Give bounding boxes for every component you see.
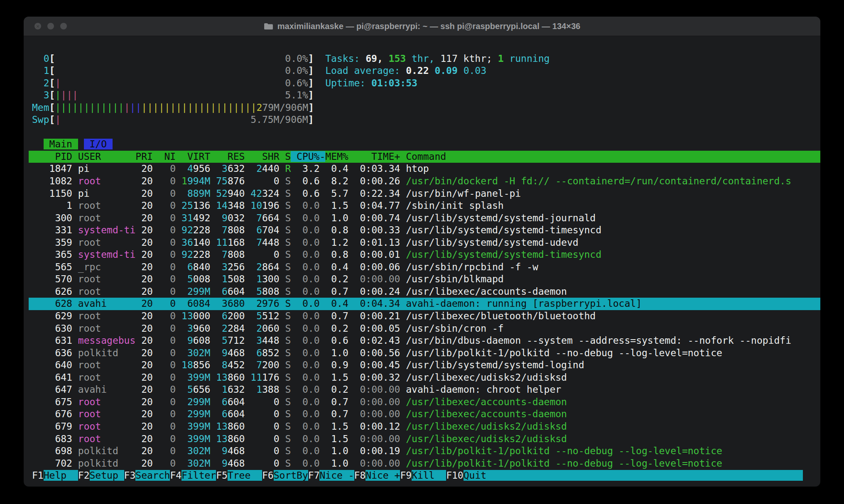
process-row[interactable]: 676 root 20 0 299M 6604 0 S 0.0 0.7 0:00… [29,408,820,421]
meter-value: 0.6% [285,78,308,88]
fkey-f5-label[interactable]: Tree [228,470,262,481]
cell-time: 0:00.06 [348,262,400,272]
cell-virt: 299M [187,286,210,297]
process-row[interactable]: 1150 pi 20 0 889M 52940 42324 S 0.6 5.7 … [29,188,820,200]
fkey-f10-label[interactable]: Quit [464,470,498,481]
process-row[interactable]: 683 root 20 0 399M 13860 0 S 0.0 1.5 0:0… [29,433,820,445]
column-header-cpu[interactable]: CPU%- [291,151,325,162]
column-header-pid[interactable]: PID [32,151,72,162]
cell-virt: 4 [187,163,193,174]
process-row[interactable]: 300 root 20 0 31492 9032 7664 S 0.0 1.0 … [29,212,820,225]
column-header-ni[interactable]: NI [153,151,176,162]
window-controls: × [34,17,67,36]
cell-shr: 0 [274,396,280,407]
fkey-f4-label[interactable]: Filter [182,470,216,481]
cpu-meter-2-label: 2 [32,78,49,88]
process-row[interactable]: 640 root 20 0 18856 8452 7200 S 0.0 0.9 … [29,359,820,372]
cell-command: /usr/lib/systemd/systemd-timesyncd [406,249,601,260]
process-row[interactable]: 630 root 20 0 3960 2284 2060 S 0.0 0.2 0… [29,323,820,335]
minimize-button[interactable] [47,23,54,29]
process-row[interactable]: 702 polkitd 20 0 302M 9468 0 S 0.0 1.0 0… [29,458,820,470]
process-row[interactable]: 331 systemd-ti 20 0 92228 7808 6704 S 0.… [29,224,820,237]
cell-virt: 18 [182,360,193,370]
cell-virt: 31 [182,213,193,223]
meter-tick: | [55,78,61,88]
tab-main[interactable]: Main [44,139,78,149]
process-row[interactable]: 641 root 20 0 399M 13860 11176 S 0.0 1.5… [29,372,820,384]
process-row[interactable]: 359 root 20 0 36140 11168 7448 S 0.0 1.2… [29,237,820,249]
zoom-button[interactable] [60,23,67,29]
cell-shr: 0 [274,433,280,444]
process-row[interactable]: 565 _rpc 20 0 6840 3256 2864 S 0.0 0.4 0… [29,261,820,274]
fkey-f1-label[interactable]: Help [44,470,78,481]
bracket: ] [308,114,314,125]
process-row[interactable]: 631 messagebus 20 0 9608 5712 3448 S 0.0… [29,335,820,347]
column-header-state[interactable]: S [280,151,291,162]
fkey-f7[interactable]: F7 [308,470,320,481]
cell-user: avahi [78,384,135,395]
process-row[interactable]: 698 polkitd 20 0 302M 9468 0 S 0.0 1.0 0… [29,445,820,458]
cell-pri: 20 [135,274,153,284]
cell-pri: 20 [135,249,153,260]
column-header-virt[interactable]: VIRT [176,151,210,162]
fkey-f9-label[interactable]: Kill [412,470,446,481]
fkey-f3-label[interactable]: Search [135,470,170,481]
fkey-f1[interactable]: F1 [32,470,44,481]
fkey-f7-label[interactable]: Nice - [319,470,354,481]
process-row[interactable]: 626 root 20 0 299M 6604 5808 S 0.0 0.7 0… [29,286,820,298]
cell-virt: 856 [193,360,211,370]
text [280,384,285,395]
process-row[interactable]: 1847 pi 20 0 4956 3632 2440 R 3.2 0.4 0:… [29,163,820,175]
fkey-f10[interactable]: F10 [446,470,464,481]
fkey-f5[interactable]: F5 [216,470,228,481]
column-header-pri[interactable]: PRI [135,151,153,162]
fkey-f2[interactable]: F2 [78,470,90,481]
process-row[interactable]: 636 polkitd 20 0 302M 9468 6852 S 0.0 1.… [29,347,820,360]
close-button[interactable]: × [34,23,41,29]
cell-res: 508 [228,274,245,284]
fkey-f2-label[interactable]: Setup [90,470,124,481]
cell-time: 0:01.13 [348,237,400,248]
cell-ni: 0 [153,384,176,395]
meter-tick: | [90,102,96,113]
text [245,409,273,419]
window-titlebar[interactable]: × maximiliankaske — pi@raspberrypi: ~ — … [24,17,820,36]
cell-pid: 359 [32,237,72,248]
cell-res: 808 [228,225,245,235]
column-header-command[interactable]: Command [400,151,446,162]
process-row[interactable]: 1 root 20 0 25136 14348 10196 S 0.0 1.5 … [29,200,820,212]
cell-ni: 0 [153,323,176,334]
fkey-f9[interactable]: F9 [400,470,412,481]
cell-pri: 20 [135,298,153,309]
tab-io[interactable]: I/O [84,139,113,149]
column-header-res[interactable]: RES [210,151,245,162]
process-row[interactable]: 365 systemd-ti 20 0 92228 7808 0 S 0.0 0… [29,249,820,261]
process-row[interactable]: 679 root 20 0 399M 13860 0 S 0.0 1.5 0:0… [29,421,820,433]
column-header-user[interactable]: USER [78,151,135,162]
cell-res: 11 [216,237,228,248]
fkey-f6-label[interactable]: SortBy [274,470,308,481]
process-row[interactable]: 629 root 20 0 13000 6200 5512 S 0.0 0.7 … [29,310,820,323]
cell-shr: 388 [262,384,280,395]
cell-shr: 512 [262,311,280,321]
fkey-f8-label[interactable]: Nice + [366,470,400,481]
column-header-shr[interactable]: SHR [245,151,279,162]
process-row[interactable]: 570 root 20 0 5008 1508 1300 S 0.0 0.2 0… [29,273,820,286]
cell-command: htop [406,163,429,174]
cell-user: avahi [78,298,135,309]
cell-res: 7 [222,249,228,260]
fkey-f4[interactable]: F4 [170,470,182,481]
cell-shr: 5 [256,311,262,321]
process-row[interactable]: 647 avahi 20 0 5656 1632 1388 S 0.0 0.2 … [29,384,820,396]
column-header-time[interactable]: TIME+ [348,151,400,162]
fkey-f8[interactable]: F8 [354,470,366,481]
fkey-f6[interactable]: F6 [262,470,274,481]
process-row[interactable]: 675 root 20 0 299M 6604 0 S 0.0 0.7 0:00… [29,396,820,409]
text [245,311,256,321]
cell-shr: 2 [256,163,262,174]
column-header-mem[interactable]: MEM% [325,151,348,162]
cell-shr: 196 [262,200,280,211]
process-row[interactable]: 628 avahi 20 0 6084 3680 2976 S 0.0 0.4 … [29,298,820,310]
process-row[interactable]: 1082 root 20 0 1994M 75876 0 S 0.6 8.2 0… [29,175,820,188]
fkey-f3[interactable]: F3 [124,470,136,481]
